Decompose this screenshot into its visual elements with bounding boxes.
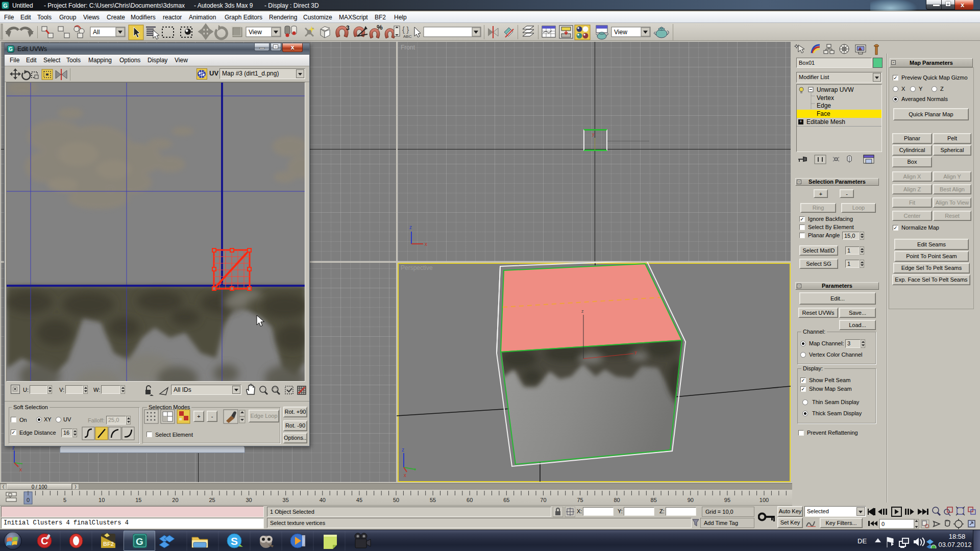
svg-text:Perspective: Perspective [401,264,433,271]
svg-text:z: z [409,224,412,230]
svg-text:z: z [12,446,15,450]
svg-text:View: View [614,29,627,36]
svg-text:0: 0 [27,497,30,503]
svg-text:35: 35 [283,497,289,503]
svg-text:%: % [377,23,383,31]
svg-text:70: 70 [540,497,546,503]
svg-text:75: 75 [577,497,583,503]
svg-text:60: 60 [467,497,473,503]
svg-text:20: 20 [172,497,178,503]
svg-text:55: 55 [430,497,436,503]
svg-text:30: 30 [246,497,252,503]
svg-text:3: 3 [346,24,350,32]
svg-text:x: x [404,472,406,478]
svg-text:z: z [581,309,584,314]
svg-text:40: 40 [320,497,326,503]
svg-text:10: 10 [99,497,105,503]
svg-text:x: x [19,467,22,472]
svg-text:65: 65 [503,497,509,503]
svg-text:100: 100 [760,497,769,503]
svg-text:ABC: ABC [403,34,412,39]
svg-text:{ }: { } [402,26,409,34]
svg-text:z: z [402,447,404,453]
svg-text:y: y [634,349,637,355]
svg-text:S: S [231,535,238,547]
svg-text:0: 0 [881,521,885,527]
svg-text:BF2: BF2 [103,541,114,547]
svg-text:View: View [249,29,262,36]
svg-text:80: 80 [614,497,620,503]
svg-text:25: 25 [209,497,215,503]
svg-text:45: 45 [356,497,362,503]
svg-text:15: 15 [135,497,141,503]
svg-text:G: G [136,536,143,547]
svg-text:x: x [425,241,427,246]
svg-text:90: 90 [688,497,694,503]
svg-text:95: 95 [724,497,730,503]
svg-text:5: 5 [63,497,66,503]
svg-text:All: All [93,29,100,36]
svg-text:50: 50 [393,497,399,503]
svg-text:85: 85 [651,497,657,503]
